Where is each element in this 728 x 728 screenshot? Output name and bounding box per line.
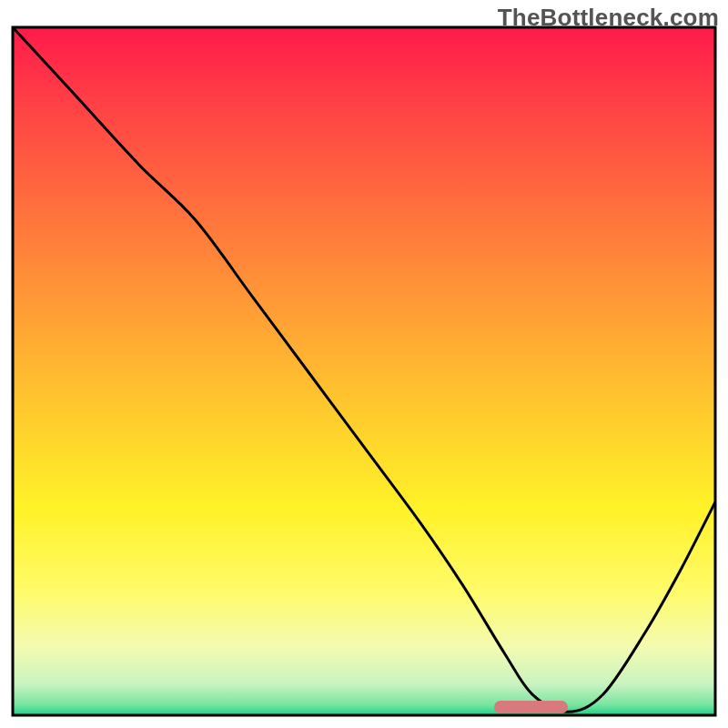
watermark-text: TheBottleneck.com [498, 4, 719, 32]
bottleneck-chart [0, 0, 728, 728]
optimal-range-marker [494, 701, 568, 713]
gradient-background [13, 27, 715, 715]
chart-stage: TheBottleneck.com [0, 0, 728, 728]
